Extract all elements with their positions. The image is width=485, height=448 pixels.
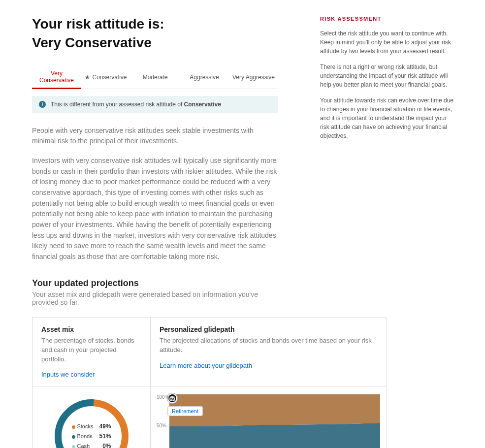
sidebar-p3: Your attitude towards risk can evolve ov… — [320, 96, 455, 140]
legend-label: Cash — [77, 443, 90, 448]
tab-very-conservative[interactable]: Very Conservative — [32, 66, 81, 89]
asset-mix-desc: The percentage of stocks, bonds and cash… — [41, 336, 141, 364]
sidebar-title: RISK ASSESSMENT — [320, 15, 455, 23]
projections-chart-row: Stocks 49% Bonds 51% Cash 0% — [32, 386, 387, 448]
tab-conservative-label: Conservative — [92, 74, 127, 81]
title-line-2: Very Conservative — [32, 35, 152, 50]
y-tick-50: 50% — [157, 423, 166, 428]
donut-legend: Stocks 49% Bonds 51% Cash 0% — [68, 421, 114, 448]
legend-value: 0 — [102, 443, 106, 448]
tab-very-aggressive[interactable]: Very Aggressive — [229, 66, 278, 89]
legend-row-bonds: Bonds 51% — [69, 432, 113, 441]
info-text: This is different from your assessed ris… — [51, 101, 221, 108]
legend-value: 51 — [99, 433, 105, 440]
y-tick-100: 100% — [157, 394, 169, 400]
asset-mix-card: Asset mix The percentage of stocks, bond… — [32, 318, 151, 386]
dot-icon — [71, 445, 75, 448]
legend-label: Stocks — [77, 423, 93, 429]
dot-icon — [71, 435, 75, 439]
legend-row-cash: Cash 0% — [69, 442, 113, 448]
body-p2: Investors with very conservative risk at… — [32, 156, 278, 262]
projections-title: Your updated projections — [32, 278, 278, 288]
asset-mix-title: Asset mix — [41, 325, 141, 333]
star-icon: ★ — [85, 74, 90, 81]
risk-tabs: Very Conservative ★ Conservative Moderat… — [32, 66, 278, 89]
sidebar-p2: There is not a right or wrong risk attit… — [320, 63, 455, 89]
info-banner: i This is different from your assessed r… — [32, 96, 278, 113]
tab-conservative[interactable]: ★ Conservative — [81, 66, 130, 89]
legend-value: 49 — [99, 423, 105, 430]
body-p1: People with very conservative risk attit… — [32, 126, 278, 147]
info-icon: i — [39, 101, 46, 108]
donut-chart-container: Stocks 49% Bonds 51% Cash 0% — [32, 386, 151, 448]
glidepath-learn-link[interactable]: Learn more about your glidepath — [160, 362, 252, 369]
dot-icon — [71, 425, 75, 429]
glidepath-chart-container: Retirement 100% 50% 0% — [151, 386, 386, 448]
area-svg — [157, 394, 380, 448]
info-prefix: This is different from your assessed ris… — [51, 101, 184, 108]
tab-moderate[interactable]: Moderate — [130, 66, 180, 89]
title-line-1: Your risk attitude is: — [32, 16, 164, 32]
projections-sub: Your asset mix and glidepath were genera… — [32, 290, 278, 306]
retirement-tooltip: Retirement — [167, 406, 203, 416]
area-series-bonds — [169, 423, 380, 448]
page-title: Your risk attitude is: Very Conservative — [32, 15, 278, 52]
inputs-we-consider-link[interactable]: Inputs we consider — [41, 371, 95, 378]
sidebar-p1: Select the risk attitude you want to con… — [320, 29, 455, 56]
legend-row-stocks: Stocks 49% — [69, 422, 113, 431]
asset-mix-donut: Stocks 49% Bonds 51% Cash 0% — [50, 394, 133, 448]
info-bold: Conservative — [184, 101, 221, 108]
sidebar: RISK ASSESSMENT Select the risk attitude… — [320, 15, 455, 448]
legend-label: Bonds — [77, 433, 92, 439]
body-text: People with very conservative risk attit… — [32, 126, 278, 262]
tab-aggressive[interactable]: Aggressive — [180, 66, 229, 89]
glidepath-area-chart: Retirement 100% 50% 0% — [157, 394, 380, 448]
